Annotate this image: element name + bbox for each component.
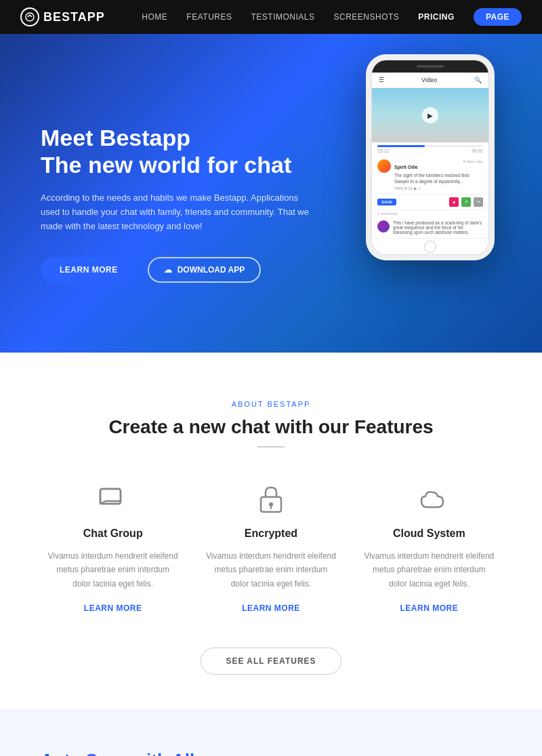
autosync-highlight: Auto Sync [41, 750, 128, 756]
share-icon[interactable]: ↗ [461, 197, 471, 207]
feature-encrypted-link[interactable]: LEARN MORE [242, 603, 300, 613]
feature-encrypted: Encrypted Vivamus interdum hendrerit ele… [199, 475, 343, 620]
logo-text: BESTAPP [43, 10, 105, 24]
feature-cloud-desc: Vivamus interdum hendrerit eleifend metu… [364, 549, 495, 591]
heart-icon[interactable]: ♥ [449, 197, 459, 207]
svg-point-0 [26, 13, 34, 21]
save-button[interactable]: SAVE [377, 199, 396, 205]
autosync-content: Auto Sync with All deviceof you Lorem ip… [41, 749, 238, 756]
about-title: Create a new chat with our Features [41, 416, 501, 438]
see-all-features-button[interactable]: SEE ALL FEATURES [201, 648, 341, 675]
phone-menu-icon: ☰ [379, 77, 384, 83]
feature-encrypted-title: Encrypted [205, 528, 336, 540]
encrypted-icon [253, 481, 289, 517]
comment-time: 8 days ago [463, 159, 483, 163]
logo-icon [20, 7, 39, 26]
nav-features[interactable]: FEATURES [186, 12, 232, 22]
phone-mockup: ☰ Video 🔍 ▶ 23:12 78:02 [366, 54, 508, 260]
nav-testimonials[interactable]: TESTIMONIALS [251, 12, 314, 22]
user-name: Spirit Ollie [394, 165, 418, 170]
feature-chat-group-title: Chat Group [47, 528, 178, 540]
nav-screenshots[interactable]: SCREENSHOTS [334, 12, 400, 22]
feature-cloud-link[interactable]: LEARN MORE [400, 603, 458, 613]
user-avatar [377, 159, 391, 173]
about-section: ABOUT BESTAPP Create a new chat with our… [0, 353, 542, 709]
nav-links: HOME FEATURES TESTIMONIALS SCREENSHOTS P… [142, 8, 522, 26]
download-icon: ☁ [164, 265, 172, 275]
autosync-section: Auto Sync with All deviceof you Lorem ip… [0, 709, 542, 756]
hero-content: Meet Bestapp The new world for chat Acco… [41, 124, 312, 283]
time-total: 78:02 [471, 148, 483, 153]
comments-count: 1 comment [372, 210, 488, 217]
feature-chat-group-desc: Vivamus interdum hendrerit eleifend metu… [47, 549, 178, 591]
feature-chat-group-link[interactable]: LEARN MORE [84, 603, 142, 613]
features-grid: Chat Group Vivamus interdum hendrerit el… [41, 475, 501, 620]
comment-text: The sight of the tumblers restored Bob S… [394, 172, 483, 184]
hero-subtitle: According to the needs and habits we mak… [41, 191, 312, 233]
nav-pricing[interactable]: PRICING [418, 12, 455, 22]
hero-section: Meet Bestapp The new world for chat Acco… [0, 34, 542, 353]
nav-page-btn[interactable]: PAGE [474, 8, 522, 26]
about-label: ABOUT BESTAPP [41, 400, 501, 408]
about-divider [257, 446, 285, 447]
feature-chat-group: Chat Group Vivamus interdum hendrerit el… [41, 475, 185, 620]
comment-stats: 7863 ♥ 19 ▶ 1 [394, 186, 483, 191]
reply-text: This i have produced as a scant-ling of … [393, 220, 483, 235]
feature-cloud-system: Cloud System Vivamus interdum hendrerit … [357, 475, 501, 620]
time-current: 23:12 [377, 148, 390, 153]
hero-title: Meet Bestapp The new world for chat [41, 124, 312, 180]
more-icon[interactable]: ↪ [474, 197, 483, 207]
hero-buttons: LEARN MORE ☁ DOWNLOAD APP [41, 257, 312, 283]
feature-cloud-title: Cloud System [364, 528, 495, 540]
reply-avatar [377, 220, 390, 233]
cloud-system-icon [411, 481, 446, 517]
svg-point-4 [269, 502, 273, 506]
download-app-button[interactable]: ☁ DOWNLOAD APP [148, 257, 262, 283]
autosync-title: Auto Sync with All deviceof you [41, 749, 238, 756]
phone-search-icon: 🔍 [474, 77, 482, 83]
nav-home[interactable]: HOME [142, 12, 167, 22]
play-button[interactable]: ▶ [422, 107, 438, 123]
navbar: BESTAPP HOME FEATURES TESTIMONIALS SCREE… [0, 0, 542, 34]
learn-more-button[interactable]: LEARN MORE [41, 257, 137, 283]
chat-group-icon [96, 481, 131, 517]
feature-encrypted-desc: Vivamus interdum hendrerit eleifend metu… [205, 549, 336, 591]
logo: BESTAPP [20, 7, 105, 26]
phone-video-label: Video [421, 77, 437, 83]
